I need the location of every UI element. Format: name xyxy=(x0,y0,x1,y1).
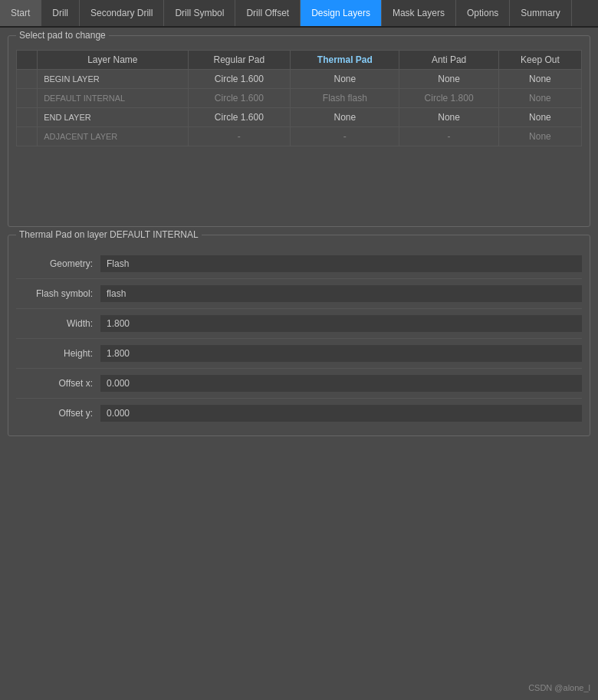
regular-pad-cell[interactable]: Circle 1.600 xyxy=(188,70,291,89)
col-keep-out: Keep Out xyxy=(498,51,581,70)
keep-out-cell[interactable]: None xyxy=(498,127,581,146)
row-number xyxy=(17,108,38,127)
anti-pad-cell[interactable]: - xyxy=(399,127,498,146)
watermark: CSDN @alone_l xyxy=(528,683,590,692)
offset-x-field[interactable] xyxy=(100,375,582,392)
regular-pad-cell[interactable]: Circle 1.600 xyxy=(188,89,291,108)
field-row-5: Offset y: xyxy=(16,399,582,428)
tab-options[interactable]: Options xyxy=(456,0,510,26)
keep-out-cell[interactable]: None xyxy=(498,89,581,108)
regular-pad-cell[interactable]: - xyxy=(188,127,291,146)
tab-design-layers[interactable]: Design Layers xyxy=(301,0,382,26)
flash-symbol-field[interactable] xyxy=(100,285,582,302)
field-label-4: Offset x: xyxy=(16,378,100,389)
tab-drill-offset[interactable]: Drill Offset xyxy=(235,0,301,26)
pad-table-header-row: Layer Name Regular Pad Thermal Pad Anti … xyxy=(17,51,582,70)
table-row[interactable]: END LAYERCircle 1.600NoneNoneNone xyxy=(17,108,582,127)
anti-pad-cell[interactable]: Circle 1.800 xyxy=(399,89,498,108)
row-number xyxy=(17,70,38,89)
field-label-2: Width: xyxy=(16,318,100,329)
field-row-4: Offset x: xyxy=(16,369,582,399)
layer-name-cell: BEGIN LAYER xyxy=(38,70,188,89)
tab-bar: StartDrillSecondary DrillDrill SymbolDri… xyxy=(0,0,598,28)
tab-mask-layers[interactable]: Mask Layers xyxy=(382,0,456,26)
thermal-pad-group: Thermal Pad on layer DEFAULT INTERNAL Ge… xyxy=(8,235,590,436)
tab-summary[interactable]: Summary xyxy=(510,0,571,26)
keep-out-cell[interactable]: None xyxy=(498,70,581,89)
field-label-3: Height: xyxy=(16,348,100,359)
field-row-2: Width: xyxy=(16,309,582,339)
regular-pad-cell[interactable]: Circle 1.600 xyxy=(188,108,291,127)
tab-drill-symbol[interactable]: Drill Symbol xyxy=(164,0,235,26)
field-label-0: Geometry: xyxy=(16,258,100,269)
anti-pad-cell[interactable]: None xyxy=(399,70,498,89)
col-empty xyxy=(17,51,38,70)
field-label-5: Offset y: xyxy=(16,408,100,419)
thermal-pad-cell[interactable]: None xyxy=(291,108,399,127)
table-row[interactable]: DEFAULT INTERNALCircle 1.600Flash flashC… xyxy=(17,89,582,108)
pad-table: Layer Name Regular Pad Thermal Pad Anti … xyxy=(16,50,582,146)
field-label-1: Flash symbol: xyxy=(16,288,100,299)
tab-drill[interactable]: Drill xyxy=(41,0,80,26)
col-regular-pad: Regular Pad xyxy=(188,51,291,70)
tab-start[interactable]: Start xyxy=(0,0,41,26)
col-anti-pad: Anti Pad xyxy=(399,51,498,70)
field-row-3: Height: xyxy=(16,339,582,369)
col-thermal-pad: Thermal Pad xyxy=(291,51,399,70)
keep-out-cell[interactable]: None xyxy=(498,108,581,127)
layer-name-cell: END LAYER xyxy=(38,108,188,127)
row-number xyxy=(17,89,38,108)
tab-secondary-drill[interactable]: Secondary Drill xyxy=(80,0,164,26)
thermal-pad-title: Thermal Pad on layer DEFAULT INTERNAL xyxy=(16,229,202,240)
fields-container: Geometry:Flash symbol:Width:Height:Offse… xyxy=(16,249,582,428)
pad-table-body: BEGIN LAYERCircle 1.600NoneNoneNoneDEFAU… xyxy=(17,70,582,146)
field-row-1: Flash symbol: xyxy=(16,279,582,309)
pad-table-head: Layer Name Regular Pad Thermal Pad Anti … xyxy=(17,51,582,70)
offset-y-field[interactable] xyxy=(100,405,582,422)
col-layer-name: Layer Name xyxy=(38,51,188,70)
select-pad-group: Select pad to change Layer Name Regular … xyxy=(8,35,590,227)
main-content: Select pad to change Layer Name Regular … xyxy=(0,28,598,444)
geometry-field[interactable] xyxy=(100,255,582,272)
table-container: Layer Name Regular Pad Thermal Pad Anti … xyxy=(16,50,582,219)
layer-name-cell: ADJACENT LAYER xyxy=(38,127,188,146)
table-row[interactable]: ADJACENT LAYER---None xyxy=(17,127,582,146)
thermal-pad-cell[interactable]: Flash flash xyxy=(291,89,399,108)
height-field[interactable] xyxy=(100,345,582,362)
width-field[interactable] xyxy=(100,315,582,332)
layer-name-cell: DEFAULT INTERNAL xyxy=(38,89,188,108)
field-row-0: Geometry: xyxy=(16,249,582,279)
anti-pad-cell[interactable]: None xyxy=(399,108,498,127)
table-row[interactable]: BEGIN LAYERCircle 1.600NoneNoneNone xyxy=(17,70,582,89)
thermal-pad-cell[interactable]: None xyxy=(291,70,399,89)
row-number xyxy=(17,127,38,146)
select-pad-title: Select pad to change xyxy=(16,30,109,41)
thermal-pad-cell[interactable]: - xyxy=(291,127,399,146)
